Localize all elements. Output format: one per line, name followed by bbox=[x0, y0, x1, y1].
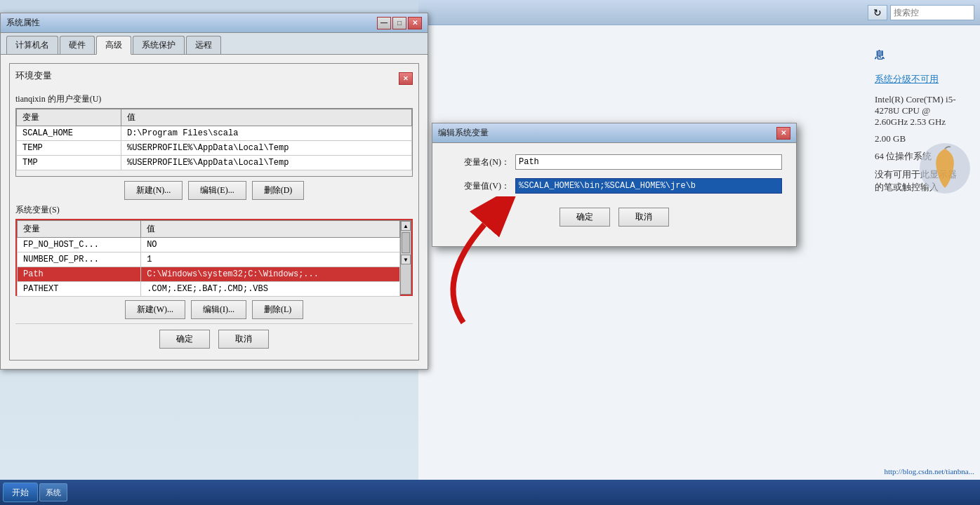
cpu-info: Intel(R) Core(TM) i5-4278U CPU @ 2.60GHz… bbox=[875, 94, 959, 128]
user-var-val-0: D:\Program Files\scala bbox=[121, 126, 411, 141]
minimize-button[interactable]: — bbox=[377, 17, 391, 29]
rating-label[interactable]: 系统分级不可用 bbox=[875, 73, 959, 86]
maximize-button[interactable]: □ bbox=[392, 17, 406, 29]
col-value-header: 值 bbox=[121, 109, 411, 126]
sys-vars-title: 系统变量(S) bbox=[15, 204, 413, 216]
col-variable-header: 变量 bbox=[17, 109, 121, 126]
system-props-titlebar: 系统属性 — □ ✕ bbox=[1, 13, 428, 33]
var-name-row: 变量名(N)： bbox=[446, 154, 782, 170]
user-vars-container: 变量 值 SCALA_HOME D:\Program Files\scala T… bbox=[15, 108, 413, 177]
scroll-thumb[interactable] bbox=[402, 232, 410, 253]
user-var-name-0: SCALA_HOME bbox=[17, 126, 121, 141]
user-var-name-1: TEMP bbox=[17, 141, 121, 156]
new-user-var-button[interactable]: 新建(N)... bbox=[124, 181, 183, 200]
sys-var-row[interactable]: PATHEXT .COM;.EXE;.BAT;.CMD;.VBS bbox=[18, 282, 400, 297]
sys-var-row-path[interactable]: Path C:\Windows\system32;C:\Windows;... bbox=[18, 267, 400, 282]
sys-var-row[interactable]: FP_NO_HOST_C... NO bbox=[18, 238, 400, 252]
user-var-val-1: %USERPROFILE%\AppData\Local\Temp bbox=[121, 141, 411, 156]
start-button[interactable]: 开始 bbox=[3, 483, 38, 502]
sys-col-value: 值 bbox=[141, 221, 400, 238]
user-var-row[interactable]: SCALA_HOME D:\Program Files\scala bbox=[17, 126, 412, 141]
edit-sys-var-button[interactable]: 编辑(I)... bbox=[191, 300, 246, 319]
delete-user-var-button[interactable]: 删除(D) bbox=[252, 181, 305, 200]
tab-computer-name[interactable]: 计算机名 bbox=[6, 36, 58, 54]
sys-vars-container: 变量 值 FP_NO_HOST_C... NO NUMBER_OF_PR... … bbox=[15, 219, 413, 296]
var-name-input[interactable] bbox=[515, 154, 782, 170]
tab-advanced[interactable]: 高级 bbox=[96, 36, 131, 55]
dialog-body: 环境变量 ✕ tianqixin 的用户变量(U) 变量 值 SCALA_HOM… bbox=[1, 55, 428, 369]
close-button[interactable]: ✕ bbox=[408, 17, 422, 29]
edit-var-action-buttons: 确定 取消 bbox=[446, 202, 782, 235]
search-input[interactable] bbox=[890, 5, 974, 20]
env-cancel-button[interactable]: 取消 bbox=[218, 330, 269, 349]
tab-bar: 计算机名 硬件 高级 系统保护 远程 bbox=[1, 33, 428, 55]
sysinfo-title: 息 bbox=[875, 49, 959, 62]
env-close-button[interactable]: ✕ bbox=[399, 72, 413, 85]
taskbar-item-1[interactable]: 系统 bbox=[39, 483, 67, 501]
tab-system-protection[interactable]: 系统保护 bbox=[133, 36, 185, 54]
sys-var-val-1: 1 bbox=[141, 252, 400, 267]
env-dialog-buttons: 确定 取消 bbox=[15, 323, 413, 354]
edit-var-dialog: 编辑系统变量 ✕ 变量名(N)： 变量值(V)： 确定 取消 bbox=[432, 123, 797, 247]
edit-var-titlebar: 编辑系统变量 ✕ bbox=[432, 123, 796, 143]
sys-vars-table: 变量 值 FP_NO_HOST_C... NO NUMBER_OF_PR... … bbox=[17, 220, 400, 297]
topbar: ↻ bbox=[418, 0, 980, 25]
taskbar: 开始 系统 bbox=[0, 480, 980, 505]
edit-var-ok-button[interactable]: 确定 bbox=[559, 208, 610, 227]
edit-var-title: 编辑系统变量 bbox=[438, 127, 489, 139]
user-vars-title: tianqixin 的用户变量(U) bbox=[15, 93, 413, 105]
scroll-up-btn[interactable]: ▲ bbox=[401, 221, 411, 231]
system-props-title: 系统属性 bbox=[6, 17, 40, 29]
var-value-input[interactable] bbox=[515, 178, 782, 194]
sys-var-name-0: FP_NO_HOST_C... bbox=[18, 238, 141, 252]
user-vars-table: 变量 值 SCALA_HOME D:\Program Files\scala T… bbox=[16, 109, 412, 170]
edit-user-var-button[interactable]: 编辑(E)... bbox=[188, 181, 246, 200]
delete-sys-var-button[interactable]: 删除(L) bbox=[252, 300, 303, 319]
user-var-val-2: %USERPROFILE%\AppData\Local\Temp bbox=[121, 156, 411, 170]
var-value-label: 变量值(V)： bbox=[446, 180, 510, 192]
sys-var-name-1: NUMBER_OF_PR... bbox=[18, 252, 141, 267]
env-dialog-title: 环境变量 bbox=[15, 69, 52, 82]
right-panel: ↻ 息 系统分级不可用 Intel(R) Core(TM) i5-4278U C… bbox=[418, 0, 980, 505]
scrollbar[interactable]: ▲ ▼ bbox=[400, 220, 411, 295]
os-logo bbox=[917, 140, 973, 196]
tab-hardware[interactable]: 硬件 bbox=[60, 36, 95, 54]
sys-var-val-3: .COM;.EXE;.BAT;.CMD;.VBS bbox=[141, 282, 400, 297]
search-area: ↻ bbox=[868, 5, 974, 20]
system-props-dialog: 系统属性 — □ ✕ 计算机名 硬件 高级 系统保护 远程 环境变量 ✕ tia… bbox=[0, 13, 428, 370]
sys-var-buttons: 新建(W)... 编辑(I)... 删除(L) bbox=[15, 300, 413, 319]
refresh-button[interactable]: ↻ bbox=[868, 5, 887, 20]
edit-var-body: 变量名(N)： 变量值(V)： 确定 取消 bbox=[432, 143, 796, 246]
user-var-row[interactable]: TMP %USERPROFILE%\AppData\Local\Temp bbox=[17, 156, 412, 170]
refresh-icon: ↻ bbox=[873, 7, 882, 18]
var-value-row: 变量值(V)： bbox=[446, 178, 782, 194]
sys-var-val-0: NO bbox=[141, 238, 400, 252]
edit-var-close-button[interactable]: ✕ bbox=[776, 127, 790, 140]
user-var-name-2: TMP bbox=[17, 156, 121, 170]
tab-remote[interactable]: 远程 bbox=[186, 36, 221, 54]
sysinfo-panel: 息 系统分级不可用 Intel(R) Core(TM) i5-4278U CPU… bbox=[854, 35, 980, 505]
url-bar: http://blog.csdn.net/tianbna... bbox=[878, 466, 980, 477]
sys-var-name-3: PATHEXT bbox=[18, 282, 141, 297]
env-dialog: 环境变量 ✕ tianqixin 的用户变量(U) 变量 值 SCALA_HOM… bbox=[9, 63, 419, 361]
sys-var-name-path: Path bbox=[18, 267, 141, 282]
sys-var-row[interactable]: NUMBER_OF_PR... 1 bbox=[18, 252, 400, 267]
scroll-down-btn[interactable]: ▼ bbox=[401, 255, 411, 264]
sys-col-variable: 变量 bbox=[18, 221, 141, 238]
edit-var-cancel-button[interactable]: 取消 bbox=[618, 208, 669, 227]
user-var-buttons: 新建(N)... 编辑(E)... 删除(D) bbox=[15, 181, 413, 200]
var-name-label: 变量名(N)： bbox=[446, 156, 510, 168]
sys-var-val-path: C:\Windows\system32;C:\Windows;... bbox=[141, 267, 400, 282]
new-sys-var-button[interactable]: 新建(W)... bbox=[125, 300, 185, 319]
user-var-row[interactable]: TEMP %USERPROFILE%\AppData\Local\Temp bbox=[17, 141, 412, 156]
env-ok-button[interactable]: 确定 bbox=[159, 330, 210, 349]
